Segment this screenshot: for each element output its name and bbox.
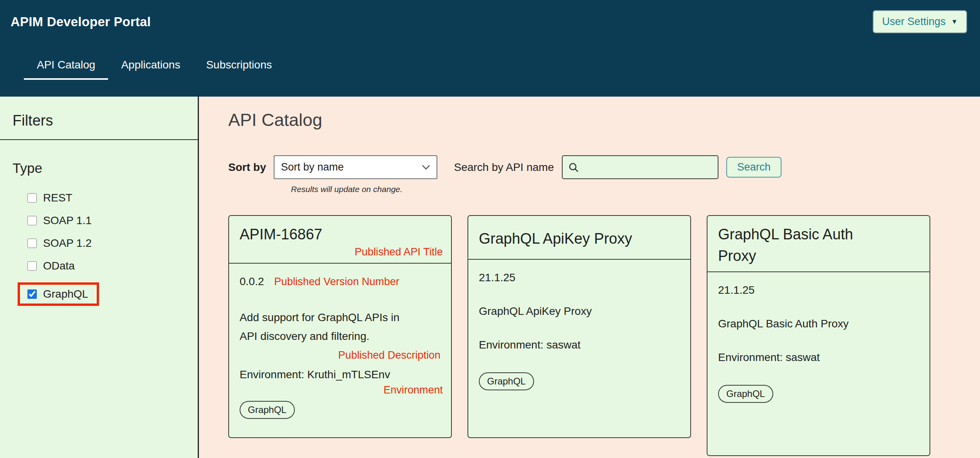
card-title: GraphQL Basic Auth Proxy [718, 224, 890, 267]
card-environment: Environment: Kruthi_mTLSEnv [240, 368, 440, 381]
title-annotation: Published API Title [240, 246, 443, 258]
search-button[interactable]: Search [726, 157, 782, 178]
card-description: GraphQL Basic Auth Proxy [718, 318, 919, 330]
graphql-tag: GraphQL [240, 401, 295, 419]
tab-subscriptions[interactable]: Subscriptions [193, 59, 285, 80]
api-card-graphql-basic-auth-proxy[interactable]: GraphQL Basic Auth Proxy 21.1.25 GraphQL… [707, 215, 930, 456]
graphql-tag: GraphQL [718, 385, 773, 403]
page-title: API Catalog [228, 110, 970, 130]
toolbar: Sort by Sort by name Search by API name … [228, 155, 970, 179]
search-icon [568, 162, 579, 173]
sort-select[interactable]: Sort by name [274, 155, 437, 179]
header-top: APIM Developer Portal User Settings ▼ [0, 0, 980, 33]
description-annotation: Published Description [240, 349, 440, 361]
tab-api-catalog[interactable]: API Catalog [24, 59, 108, 80]
content: Filters Type REST SOAP 1.1 SOAP 1.2 [0, 97, 980, 458]
filter-label: REST [43, 192, 72, 204]
filters-sidebar: Filters Type REST SOAP 1.1 SOAP 1.2 [0, 97, 199, 458]
card-version: 0.0.2 [240, 275, 264, 288]
soap11-checkbox[interactable] [27, 216, 37, 225]
card-description: Add support for GraphQL APIs in API disc… [240, 308, 408, 345]
card-title: GraphQL ApiKey Proxy [479, 228, 651, 250]
filters-divider [0, 139, 198, 140]
environment-annotation: Environment [240, 384, 443, 396]
page: APIM Developer Portal User Settings ▼ AP… [0, 0, 980, 458]
card-title: APIM-16867 [240, 224, 412, 245]
version-row: 0.0.2 Published Version Number [240, 275, 440, 288]
rest-checkbox[interactable] [27, 193, 37, 203]
chevron-down-icon: ▼ [951, 18, 958, 25]
graphql-tag: GraphQL [479, 372, 534, 390]
card-header: GraphQL Basic Auth Proxy [707, 216, 929, 272]
soap12-checkbox[interactable] [27, 239, 37, 248]
app-header: APIM Developer Portal User Settings ▼ AP… [0, 0, 980, 97]
api-card-list: APIM-16867 Published API Title 0.0.2 Pub… [228, 215, 970, 456]
sort-select-value: Sort by name [281, 161, 344, 173]
results-note: Results will update on change. [291, 185, 970, 194]
card-body: 21.1.25 GraphQL ApiKey Proxy Environment… [468, 260, 690, 437]
filter-label: SOAP 1.1 [43, 214, 92, 227]
search-box [562, 155, 718, 179]
main-nav: API Catalog Applications Subscriptions [24, 59, 980, 80]
search-input[interactable] [584, 161, 712, 173]
filter-label: SOAP 1.2 [43, 237, 92, 250]
tab-applications[interactable]: Applications [108, 59, 193, 80]
card-header: GraphQL ApiKey Proxy [468, 216, 690, 260]
filter-option-rest[interactable]: REST [27, 192, 72, 204]
version-annotation: Published Version Number [274, 276, 399, 288]
api-card-apim-16867[interactable]: APIM-16867 Published API Title 0.0.2 Pub… [228, 215, 452, 438]
filter-option-graphql[interactable]: GraphQL [18, 282, 99, 306]
filters-title: Filters [13, 112, 198, 129]
filter-option-odata[interactable]: OData [27, 260, 75, 272]
filter-list: REST SOAP 1.1 SOAP 1.2 OData GraphQL [0, 192, 198, 306]
card-environment: Environment: saswat [479, 339, 680, 351]
card-description: GraphQL ApiKey Proxy [479, 305, 680, 318]
graphql-checkbox[interactable] [27, 289, 37, 299]
app-title: APIM Developer Portal [11, 14, 151, 29]
filter-label: GraphQL [43, 288, 88, 300]
filter-option-soap11[interactable]: SOAP 1.1 [27, 214, 92, 227]
chevron-down-icon [422, 165, 430, 170]
card-version: 21.1.25 [718, 284, 919, 296]
api-catalog-main: API Catalog Sort by Sort by name Search … [199, 97, 980, 458]
card-environment: Environment: saswat [718, 351, 919, 364]
card-body: 0.0.2 Published Version Number Add suppo… [229, 264, 451, 437]
card-header: APIM-16867 Published API Title [229, 216, 451, 264]
sort-by-label: Sort by [228, 161, 266, 174]
user-settings-button[interactable]: User Settings ▼ [873, 10, 967, 33]
filter-label: OData [43, 260, 75, 272]
api-card-graphql-apikey-proxy[interactable]: GraphQL ApiKey Proxy 21.1.25 GraphQL Api… [467, 215, 691, 438]
filter-option-soap12[interactable]: SOAP 1.2 [27, 237, 92, 250]
type-section-title: Type [13, 160, 198, 176]
user-settings-label: User Settings [882, 16, 946, 28]
search-by-label: Search by API name [454, 161, 554, 174]
card-body: 21.1.25 GraphQL Basic Auth Proxy Environ… [707, 272, 929, 455]
card-version: 21.1.25 [479, 271, 680, 284]
odata-checkbox[interactable] [27, 261, 37, 271]
